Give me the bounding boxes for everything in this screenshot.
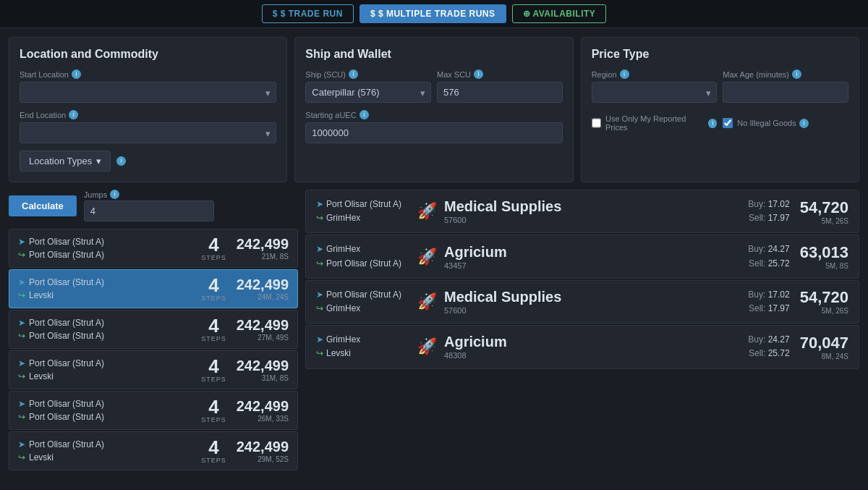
arrow-right-icon: ➤ — [18, 276, 25, 289]
location-commodity-title: Location and Commodity — [20, 48, 276, 61]
start-location-info[interactable]: i — [72, 69, 81, 79]
trade-from: ➤ GrimHex — [316, 333, 410, 347]
trade-profit: 54,720 5M, 26S — [800, 198, 848, 225]
result-steps: 4 STEPS — [201, 316, 226, 342]
result-from: ➤ Port Olisar (Strut A) — [18, 357, 191, 370]
result-from: ➤ Port Olisar (Strut A) — [18, 397, 191, 410]
trade-price: Buy: 24.27 Sell: 25.72 — [732, 333, 790, 360]
max-age-input[interactable] — [723, 82, 848, 103]
result-profit: 242,499 31M, 8S — [237, 358, 289, 382]
region-info[interactable]: i — [620, 69, 629, 79]
trade-price: Buy: 24.27 Sell: 25.72 — [732, 242, 790, 270]
result-from: ➤ Port Olisar (Strut A) — [18, 276, 191, 289]
availability-button[interactable]: ⊕ AVAILABILITY — [512, 4, 607, 23]
use-only-my-prices-info[interactable]: i — [708, 119, 717, 128]
result-from: ➤ Port Olisar (Strut A) — [18, 316, 191, 329]
start-location-select[interactable] — [20, 82, 276, 103]
end-location-info[interactable]: i — [69, 110, 78, 119]
dropdown-arrow-icon: ▾ — [96, 156, 101, 166]
trade-from: ➤ GrimHex — [316, 242, 410, 256]
ship-select-wrapper: Caterpillar (576) — [305, 82, 431, 103]
dollar-icon-2: $ — [370, 9, 375, 19]
location-types-button[interactable]: Location Types ▾ — [20, 151, 111, 172]
max-age-info[interactable]: i — [792, 69, 801, 79]
arrow-right-icon: ➤ — [18, 316, 25, 329]
trade-to: ↪ Levski — [316, 347, 410, 360]
max-age-label: Max Age (minutes) i — [723, 69, 848, 79]
trade-commodity: 🚀 Agricium 43457 — [410, 244, 732, 270]
circle-icon: ⊕ — [523, 9, 531, 19]
result-locations: ➤ Port Olisar (Strut A) ↪ Levski — [18, 357, 191, 383]
starting-auec-input[interactable] — [305, 122, 562, 143]
location-types-info[interactable]: i — [116, 156, 126, 166]
result-item[interactable]: ➤ Port Olisar (Strut A) ↪ Port Olisar (S… — [9, 310, 298, 349]
arrow-right-icon: ➤ — [18, 397, 25, 410]
trade-profit: 63,013 5M, 8S — [800, 243, 848, 270]
result-item[interactable]: ➤ Port Olisar (Strut A) ↪ Port Olisar (S… — [9, 229, 298, 268]
region-label: Region i — [592, 69, 718, 79]
no-illegal-goods-checkbox[interactable] — [723, 118, 733, 128]
region-select-wrapper — [592, 82, 718, 103]
result-item[interactable]: ➤ Port Olisar (Strut A) ↪ Levski 4 STEPS… — [9, 431, 298, 470]
max-scu-info[interactable]: i — [474, 69, 483, 79]
no-illegal-goods-info[interactable]: i — [799, 119, 809, 128]
left-results: Calculate Jumps i ➤ Port Olisar (Strut A… — [9, 190, 298, 470]
result-item[interactable]: ➤ Port Olisar (Strut A) ↪ Port Olisar (S… — [9, 391, 298, 430]
ship-label: Ship (SCU) i — [305, 69, 431, 79]
ship-info[interactable]: i — [349, 69, 358, 79]
jumps-info[interactable]: i — [110, 190, 119, 199]
result-from: ➤ Port Olisar (Strut A) — [18, 438, 191, 451]
trade-to-arrow: ↪ — [316, 302, 323, 316]
start-location-label: Start Location i — [20, 69, 276, 79]
bottom-row: Calculate Jumps i ➤ Port Olisar (Strut A… — [9, 190, 859, 470]
trade-from: ➤ Port Olisar (Strut A) — [316, 288, 410, 302]
trade-from-to: ➤ Port Olisar (Strut A) ↪ GrimHex — [316, 288, 410, 316]
result-profit: 242,499 24M, 24S — [237, 276, 289, 301]
trade-item[interactable]: ➤ Port Olisar (Strut A) ↪ GrimHex 🚀 Medi… — [305, 280, 859, 324]
price-type-title: Price Type — [592, 48, 848, 61]
trade-to: ↪ GrimHex — [316, 211, 410, 225]
ship-wallet-panel: Ship and Wallet Ship (SCU) i Caterpillar… — [294, 37, 573, 182]
use-only-my-prices-checkbox[interactable] — [592, 118, 601, 128]
trade-to-arrow: ↪ — [316, 347, 323, 360]
result-steps: 4 STEPS — [201, 235, 226, 261]
result-list: ➤ Port Olisar (Strut A) ↪ Port Olisar (S… — [9, 229, 298, 470]
trade-item[interactable]: ➤ Port Olisar (Strut A) ↪ GrimHex 🚀 Medi… — [305, 190, 859, 233]
trade-commodity: 🚀 Medical Supplies 57600 — [410, 289, 732, 315]
top-nav: $ $ TRADE RUN $ $ MULTIPLE TRADE RUNS ⊕ … — [0, 0, 868, 28]
arrow-down-icon: ↪ — [18, 329, 25, 342]
arrow-down-icon: ↪ — [18, 451, 25, 464]
trade-item[interactable]: ➤ GrimHex ↪ Port Olisar (Strut A) 🚀 Agri… — [305, 235, 859, 278]
result-profit: 242,499 26M, 33S — [237, 398, 289, 423]
main-content: Location and Commodity Start Location i … — [0, 28, 868, 479]
trade-from-arrow: ➤ — [316, 242, 323, 256]
arrow-down-icon: ↪ — [18, 289, 25, 302]
ship-maxscu-row: Ship (SCU) i Caterpillar (576) Max SCU i — [305, 69, 562, 110]
result-profit: 242,499 29M, 52S — [237, 439, 289, 463]
trade-from-arrow: ➤ — [316, 198, 323, 211]
rocket-icon: 🚀 — [417, 292, 437, 311]
jumps-field: Jumps i — [84, 190, 214, 221]
result-locations: ➤ Port Olisar (Strut A) ↪ Port Olisar (S… — [18, 316, 191, 342]
max-scu-input[interactable] — [437, 82, 563, 103]
result-item[interactable]: ➤ Port Olisar (Strut A) ↪ Levski 4 STEPS… — [9, 350, 298, 389]
end-location-field: End Location i — [20, 110, 276, 143]
trade-commodity: 🚀 Agricium 48308 — [410, 334, 732, 360]
trade-item[interactable]: ➤ GrimHex ↪ Levski 🚀 Agricium 48308 Buy:… — [305, 325, 859, 368]
result-steps: 4 STEPS — [201, 438, 226, 464]
starting-auec-info[interactable]: i — [359, 110, 369, 119]
result-item[interactable]: ➤ Port Olisar (Strut A) ↪ Levski 4 STEPS… — [9, 269, 298, 308]
multiple-trade-runs-button[interactable]: $ $ MULTIPLE TRADE RUNS — [359, 4, 506, 23]
ship-wallet-title: Ship and Wallet — [305, 48, 562, 61]
arrow-right-icon: ➤ — [18, 357, 25, 370]
ship-select[interactable]: Caterpillar (576) — [305, 82, 431, 103]
end-location-select[interactable] — [20, 122, 276, 143]
region-select[interactable] — [592, 82, 718, 103]
result-locations: ➤ Port Olisar (Strut A) ↪ Port Olisar (S… — [18, 235, 191, 261]
trade-run-button[interactable]: $ $ TRADE RUN — [262, 4, 354, 23]
trade-profit: 54,720 5M, 26S — [800, 288, 848, 315]
calculate-button[interactable]: Calculate — [9, 195, 77, 216]
jumps-input[interactable] — [84, 200, 214, 221]
trade-from-arrow: ➤ — [316, 333, 323, 347]
max-scu-label: Max SCU i — [437, 69, 563, 79]
